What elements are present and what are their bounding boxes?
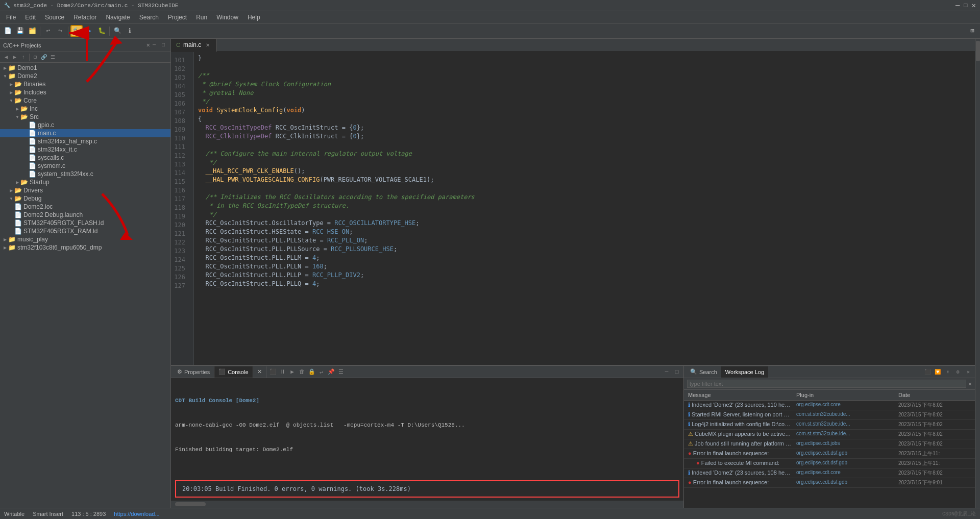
tree-item-debug[interactable]: ▼ 📂 Debug [0, 194, 170, 203]
console-content-area[interactable]: CDT Build Console [Dome2] arm-none-eabi-… [171, 378, 683, 477]
msg-cell: ℹLog4j2 initialized with config file D:\… [686, 421, 794, 428]
search-tab-workspace[interactable]: Workspace Log [721, 366, 768, 378]
console-tab-close[interactable]: ✕ [253, 366, 266, 378]
tree-item-dome2[interactable]: ▼ 📁 Dome2 [0, 72, 170, 80]
console-scroll-lock[interactable]: 🔒 [307, 367, 316, 377]
workspace-row[interactable]: ℹIndexed 'Dome2' (23 sources, 108 header… [684, 468, 975, 478]
workspace-row[interactable]: ℹLog4j2 initialized with config file D:\… [684, 420, 975, 430]
toolbar-run[interactable]: ▶ [84, 26, 95, 37]
tree-item-hal-msp[interactable]: 📄 stm32f4xx_hal_msp.c [0, 137, 170, 145]
workspace-clear[interactable]: ⬛ [923, 367, 932, 377]
tree-item-ioc[interactable]: 📄 Dome2.ioc [0, 203, 170, 211]
menu-run[interactable]: Run [192, 13, 211, 22]
tree-item-inc[interactable]: ▶ 📂 Inc [0, 105, 170, 113]
toolbar-redo[interactable]: ↪ [55, 26, 66, 37]
menu-edit[interactable]: Edit [21, 13, 40, 22]
tree-link[interactable]: 🔗 [40, 53, 48, 61]
tree-item-startup[interactable]: ▶ 📂 Startup [0, 178, 170, 186]
editor-tab-main[interactable]: C main.c ✕ [171, 39, 217, 52]
tree-up[interactable]: ↑ [19, 53, 28, 61]
workspace-filter-input[interactable] [687, 380, 966, 388]
panel-maximize[interactable]: □ [159, 41, 167, 50]
tree-item-gpio[interactable]: 📄 gpio.c [0, 121, 170, 129]
workspace-row[interactable]: ℹIndexed 'Dome2' (23 sources, 110 header… [684, 401, 975, 410]
workspace-filter-btn[interactable]: 🔽 [933, 367, 942, 377]
tree-item-src[interactable]: ▼ 📂 Src [0, 113, 170, 121]
console-maximize[interactable]: □ [672, 367, 681, 377]
toolbar-search-global[interactable]: 🔍 [112, 26, 123, 37]
tree-forward[interactable]: ▶ [11, 53, 19, 61]
console-run[interactable]: ▶ [288, 367, 297, 377]
menu-file[interactable]: File [2, 13, 20, 22]
right-scrollbar[interactable] [975, 39, 980, 508]
menu-navigate[interactable]: Navigate [102, 13, 134, 22]
console-pause[interactable]: ⏸ [278, 367, 287, 377]
workspace-row[interactable]: ●Error in final launch sequence: org.ecl… [684, 449, 975, 459]
toolbar-save-all[interactable]: 🗂️ [27, 26, 38, 37]
minimize-btn[interactable]: ─ [955, 2, 960, 10]
col-date[interactable]: Date [896, 391, 973, 399]
tree-item-it[interactable]: 📄 stm32f4xx_it.c [0, 145, 170, 154]
right-scrollbar-thumb[interactable] [976, 41, 980, 61]
maximize-btn[interactable]: □ [964, 2, 967, 9]
menu-help[interactable]: Help [243, 13, 264, 22]
tree-item-flash-ld[interactable]: 📄 STM32F405RGTX_FLASH.ld [0, 219, 170, 227]
tree-label: stm32f4xx_it.c [38, 146, 77, 153]
toolbar-perspectives[interactable]: ⊞ [967, 26, 978, 37]
tree-back[interactable]: ◀ [2, 53, 10, 61]
menu-source[interactable]: Source [41, 13, 68, 22]
console-clear[interactable]: 🗑 [298, 367, 307, 377]
workspace-row[interactable]: ●Error in final launch sequence: org.ecl… [684, 478, 975, 488]
menu-window[interactable]: Window [212, 13, 242, 22]
tree-item-music[interactable]: ▶ 📁 music_play [0, 235, 170, 243]
tree-item-binaries[interactable]: ▶ 📂 Binaries [0, 80, 170, 88]
filter-close-btn[interactable]: ✕ [968, 380, 972, 388]
workspace-settings[interactable]: ⚙ [953, 367, 963, 377]
workspace-close[interactable]: ✕ [964, 367, 973, 377]
tree-menu[interactable]: ☰ [48, 53, 57, 61]
workspace-export[interactable]: ⬆ [943, 367, 952, 377]
console-tab-console[interactable]: ⬛ Console [214, 366, 253, 378]
close-btn[interactable]: ✕ [972, 1, 976, 10]
tree-item-includes[interactable]: ▶ 📂 Includes [0, 88, 170, 96]
console-scrollbar[interactable] [175, 502, 206, 506]
workspace-row[interactable]: ℹStarted RMI Server, listening on port 4… [684, 410, 975, 420]
code-content[interactable]: } /** * @brief System Clock Configuratio… [194, 52, 975, 365]
toolbar-save[interactable]: 💾 [14, 26, 26, 37]
tree-item-system[interactable]: 📄 system_stm32f4xx.c [0, 170, 170, 178]
workspace-row[interactable]: ⚠CubeMX plugin appears to be active, Log… [684, 430, 975, 439]
panel-close[interactable]: ✕ [146, 41, 150, 49]
console-terminate[interactable]: ⬛ [268, 367, 278, 377]
menu-refactor[interactable]: Refactor [69, 13, 101, 22]
tree-item-core[interactable]: ▼ 📂 Core [0, 96, 170, 105]
menu-project[interactable]: Project [164, 13, 191, 22]
toolbar-undo[interactable]: ↩ [42, 26, 54, 37]
tree-item-demo1[interactable]: ▶ 📁 Demo1 [0, 64, 170, 72]
search-tab-search[interactable]: 🔍 Search [686, 366, 721, 378]
tab-close-main[interactable]: ✕ [204, 41, 211, 48]
console-tab-properties[interactable]: ⚙ Properties [173, 366, 214, 378]
tree-item-sysmem[interactable]: 📄 sysmem.c [0, 162, 170, 170]
tree-item-launch[interactable]: 📄 Dome2 Debug.launch [0, 211, 170, 219]
tree-item-stm32f103[interactable]: ▶ 📁 stm32f103c8t6_mpu6050_dmp [0, 243, 170, 252]
panel-minimize[interactable]: ─ [150, 41, 158, 50]
toolbar-info[interactable]: ℹ [124, 26, 135, 37]
col-plugin[interactable]: Plug-in [794, 391, 896, 399]
toolbar-build-highlighted[interactable]: 🔨 [70, 25, 83, 37]
console-pin[interactable]: 📌 [327, 367, 336, 377]
workspace-row[interactable]: ●Failed to execute MI command: org.eclip… [684, 459, 975, 468]
tree-item-syscalls[interactable]: 📄 syscalls.c [0, 154, 170, 162]
console-minimize[interactable]: ─ [662, 367, 671, 377]
toolbar-debug[interactable]: 🐛 [96, 26, 107, 37]
toolbar-new[interactable]: 📄 [2, 26, 13, 37]
console-menu[interactable]: ☰ [336, 367, 346, 377]
tree-collapse[interactable]: ⊟ [31, 53, 39, 61]
menu-search[interactable]: Search [135, 13, 163, 22]
console-word-wrap[interactable]: ↵ [317, 367, 326, 377]
workspace-row[interactable]: ⚠Job found still running after platform … [684, 439, 975, 449]
tree-item-main[interactable]: 📄 main.c [0, 129, 170, 137]
col-message[interactable]: Message [686, 391, 794, 399]
tree-item-ram-ld[interactable]: 📄 STM32F405RGTX_RAM.ld [0, 227, 170, 235]
workspace-table[interactable]: Message Plug-in Date ℹIndexed 'Dome2' (2… [684, 390, 975, 508]
tree-item-drivers[interactable]: ▶ 📂 Drivers [0, 186, 170, 194]
